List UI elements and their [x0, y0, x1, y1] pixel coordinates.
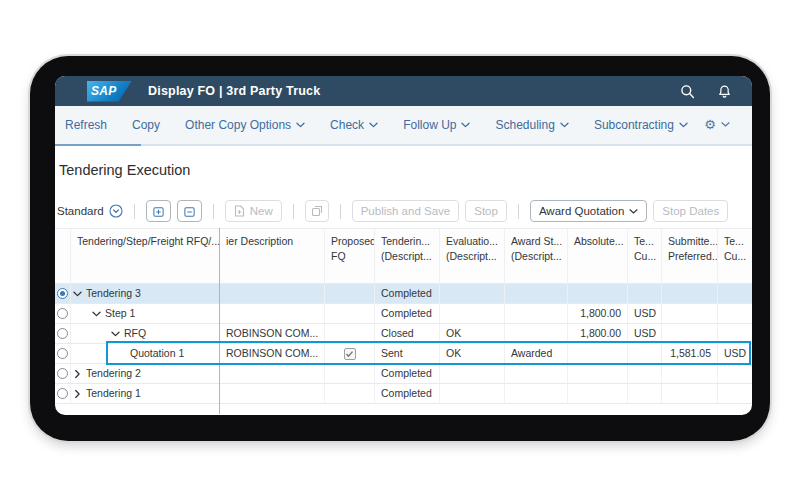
- collapse-all-button[interactable]: [177, 200, 202, 222]
- menu-item-copy[interactable]: Copy: [132, 118, 160, 132]
- cell-proposed-fq: [325, 284, 375, 304]
- table-row-tendering-3[interactable]: Tendering 3Completed: [55, 284, 752, 304]
- menu-item-label: Refresh: [65, 118, 107, 132]
- row-radio-button[interactable]: [57, 308, 68, 319]
- menu-bar: RefreshCopyOther Copy OptionsCheckFollow…: [55, 106, 752, 146]
- cell-description: [220, 284, 325, 304]
- cell-currency: USD: [718, 344, 752, 364]
- row-radio-button[interactable]: [57, 328, 68, 339]
- tree-cell[interactable]: Tendering 1: [71, 384, 220, 404]
- cell-currency: [718, 364, 752, 384]
- cell-description: [220, 364, 325, 384]
- chevron-right-icon: [75, 369, 81, 378]
- row-radio-button[interactable]: [57, 288, 68, 299]
- column-header-absolute[interactable]: Absolute...: [568, 229, 628, 284]
- menu-item-scheduling[interactable]: Scheduling: [495, 118, 568, 132]
- new-button[interactable]: New: [225, 200, 282, 222]
- column-header-proposed-fq[interactable]: ProposedFQ: [325, 229, 375, 284]
- stop-dates-button[interactable]: Stop Dates: [653, 200, 728, 222]
- tree-cell[interactable]: Tendering 2: [71, 364, 220, 384]
- menu-item-other-copy-options[interactable]: Other Copy Options: [185, 118, 305, 132]
- tree-label: RFQ: [124, 324, 146, 343]
- publish-and-save-button[interactable]: Publish and Save: [352, 200, 460, 222]
- column-header-currency-2[interactable]: Te...Cu...: [718, 229, 752, 284]
- column-header-description[interactable]: ier Description: [220, 229, 325, 284]
- menu-item-refresh[interactable]: Refresh: [65, 118, 107, 132]
- table-row-step-1[interactable]: Step 1Completed1,800.00USD: [55, 304, 752, 324]
- row-select-cell[interactable]: [55, 284, 71, 304]
- cell-description: [220, 384, 325, 404]
- table-row-tendering-2[interactable]: Tendering 2Completed: [55, 364, 752, 384]
- menu-item-label: Scheduling: [495, 118, 554, 132]
- new-button-label: New: [250, 205, 273, 217]
- table-header-row: Tendering/Step/Freight RFQ/...ier Descri…: [55, 228, 752, 284]
- checkbox-checked-icon[interactable]: [344, 348, 356, 360]
- column-header-currency-1[interactable]: Te...Cu...: [628, 229, 662, 284]
- tendering-table: Tendering/Step/Freight RFQ/...ier Descri…: [55, 228, 752, 415]
- cell-tendering-status: Completed: [375, 384, 440, 404]
- cell-currency: [628, 344, 662, 364]
- app-window: SAP Display FO | 3rd Party Truck Refresh…: [55, 76, 752, 415]
- toolbar-separator: [134, 204, 135, 219]
- toolbar-separator: [213, 204, 214, 219]
- chevron-down-circle-icon: [109, 204, 123, 218]
- cell-absolute: [568, 384, 628, 404]
- menu-scroll-indicator[interactable]: [55, 144, 141, 146]
- expand-all-icon: [152, 205, 165, 218]
- column-header-evaluation[interactable]: Evaluatio...(Descript...: [440, 229, 505, 284]
- settings-menu-button[interactable]: ⚙: [704, 117, 730, 132]
- expand-all-button[interactable]: [146, 200, 171, 222]
- column-header-award-status[interactable]: Award St...(Descript...: [505, 229, 568, 284]
- chevron-down-icon: [73, 291, 82, 297]
- table-row-rfq[interactable]: RFQROBINSON COM...ClosedOK1,800.00USD: [55, 324, 752, 344]
- cell-description: ROBINSON COM...: [220, 344, 325, 364]
- menu-item-subcontracting[interactable]: Subcontracting: [594, 118, 688, 132]
- cell-currency: [628, 364, 662, 384]
- row-select-cell[interactable]: [55, 384, 71, 404]
- column-header-tree[interactable]: Tendering/Step/Freight RFQ/...: [71, 229, 220, 284]
- tree-cell[interactable]: Tendering 3: [71, 284, 220, 304]
- row-select-cell[interactable]: [55, 364, 71, 384]
- cell-currency: USD: [628, 324, 662, 344]
- tree-cell[interactable]: Step 1: [71, 304, 220, 324]
- tree-cell[interactable]: Quotation 1: [71, 344, 220, 364]
- award-quotation-label: Award Quotation: [539, 205, 624, 217]
- cell-proposed-fq: [325, 364, 375, 384]
- menu-item-label: Follow Up: [403, 118, 456, 132]
- search-icon[interactable]: [680, 84, 695, 99]
- column-header-submitted[interactable]: Submitte...Preferred...: [662, 229, 718, 284]
- cell-proposed-fq: [325, 324, 375, 344]
- menu-item-label: Copy: [132, 118, 160, 132]
- row-radio-button[interactable]: [57, 388, 68, 399]
- notifications-bell-icon[interactable]: [717, 84, 732, 99]
- row-select-cell[interactable]: [55, 304, 71, 324]
- sap-logo-icon[interactable]: SAP: [87, 81, 132, 102]
- award-quotation-button[interactable]: Award Quotation: [530, 200, 647, 222]
- menu-item-follow-up[interactable]: Follow Up: [403, 118, 470, 132]
- cell-absolute: [568, 344, 628, 364]
- cell-proposed-fq: [325, 304, 375, 324]
- table-row-tendering-1[interactable]: Tendering 1Completed: [55, 384, 752, 404]
- menu-item-check[interactable]: Check: [330, 118, 378, 132]
- row-radio-button[interactable]: [57, 368, 68, 379]
- toolbar-separator: [293, 204, 294, 219]
- tree-cell[interactable]: RFQ: [71, 324, 220, 344]
- tree-label: Quotation 1: [130, 344, 184, 363]
- row-select-cell[interactable]: [55, 344, 71, 364]
- chevron-down-icon: [629, 209, 638, 214]
- cell-submitted: [662, 304, 718, 324]
- chevron-down-icon: [296, 122, 305, 128]
- table-row-quotation-1[interactable]: Quotation 1ROBINSON COM...SentOKAwarded1…: [55, 344, 752, 364]
- view-selector[interactable]: Standard: [57, 204, 123, 218]
- tree-label: Step 1: [105, 304, 135, 323]
- collapse-all-icon: [183, 205, 196, 218]
- stop-button[interactable]: Stop: [465, 200, 507, 222]
- cell-submitted: 1,581.05: [662, 344, 718, 364]
- duplicate-button[interactable]: [305, 200, 329, 222]
- row-radio-button[interactable]: [57, 348, 68, 359]
- chevron-down-icon: [560, 122, 569, 128]
- app-title: Display FO | 3rd Party Truck: [148, 84, 320, 98]
- cell-evaluation: [440, 284, 505, 304]
- row-select-cell[interactable]: [55, 324, 71, 344]
- column-header-tendering-status[interactable]: Tenderin...(Descript...: [375, 229, 440, 284]
